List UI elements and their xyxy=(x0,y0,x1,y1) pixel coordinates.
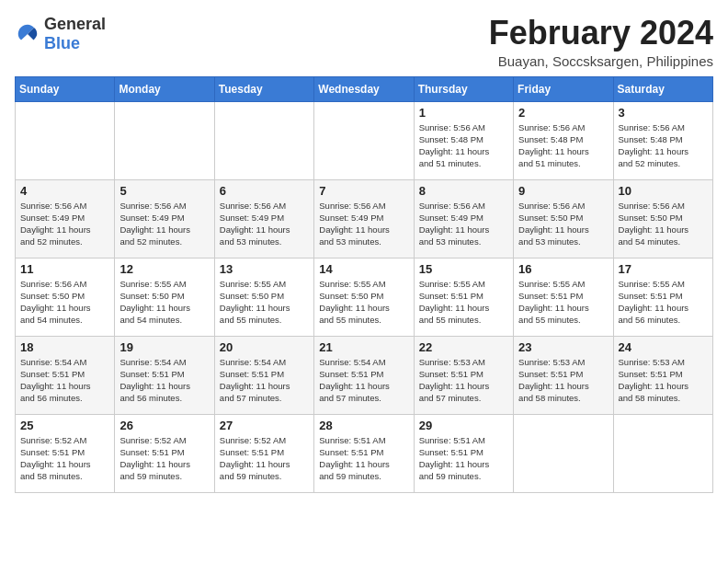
day-number: 4 xyxy=(20,184,109,198)
day-info: Sunrise: 5:53 AMSunset: 5:51 PMDaylight:… xyxy=(419,356,508,405)
day-number: 11 xyxy=(20,262,109,276)
day-number: 5 xyxy=(119,184,209,198)
calendar-week-row: 1Sunrise: 5:56 AMSunset: 5:48 PMDaylight… xyxy=(16,101,713,179)
calendar-cell: 13Sunrise: 5:55 AMSunset: 5:50 PMDayligh… xyxy=(214,258,313,336)
header-tuesday: Tuesday xyxy=(214,76,313,101)
day-info: Sunrise: 5:56 AMSunset: 5:50 PMDaylight:… xyxy=(518,200,608,248)
header-monday: Monday xyxy=(115,76,214,101)
day-info: Sunrise: 5:55 AMSunset: 5:51 PMDaylight:… xyxy=(518,278,608,327)
calendar-cell: 29Sunrise: 5:51 AMSunset: 5:51 PMDayligh… xyxy=(414,414,513,492)
day-number: 18 xyxy=(20,340,109,354)
day-info: Sunrise: 5:56 AMSunset: 5:49 PMDaylight:… xyxy=(419,200,508,248)
day-info: Sunrise: 5:55 AMSunset: 5:51 PMDaylight:… xyxy=(419,278,508,327)
day-number: 22 xyxy=(419,340,508,354)
calendar-week-row: 25Sunrise: 5:52 AMSunset: 5:51 PMDayligh… xyxy=(16,414,713,492)
day-number: 23 xyxy=(518,340,608,354)
day-info: Sunrise: 5:53 AMSunset: 5:51 PMDaylight:… xyxy=(518,356,608,405)
day-info: Sunrise: 5:54 AMSunset: 5:51 PMDaylight:… xyxy=(319,356,408,405)
day-number: 15 xyxy=(419,262,508,276)
day-number: 7 xyxy=(319,184,408,198)
calendar-header-row: SundayMondayTuesdayWednesdayThursdayFrid… xyxy=(16,76,713,101)
day-number: 13 xyxy=(220,262,309,276)
calendar-cell: 10Sunrise: 5:56 AMSunset: 5:50 PMDayligh… xyxy=(613,179,712,258)
calendar-week-row: 18Sunrise: 5:54 AMSunset: 5:51 PMDayligh… xyxy=(16,336,713,414)
day-info: Sunrise: 5:54 AMSunset: 5:51 PMDaylight:… xyxy=(220,356,309,405)
day-number: 10 xyxy=(619,184,708,198)
calendar-cell xyxy=(314,101,414,179)
calendar-cell: 21Sunrise: 5:54 AMSunset: 5:51 PMDayligh… xyxy=(314,336,414,414)
calendar-cell: 2Sunrise: 5:56 AMSunset: 5:48 PMDaylight… xyxy=(514,101,613,179)
day-number: 6 xyxy=(220,184,309,198)
day-info: Sunrise: 5:51 AMSunset: 5:51 PMDaylight:… xyxy=(319,434,408,483)
calendar-cell: 18Sunrise: 5:54 AMSunset: 5:51 PMDayligh… xyxy=(16,336,115,414)
day-info: Sunrise: 5:54 AMSunset: 5:51 PMDaylight:… xyxy=(20,356,109,405)
day-number: 27 xyxy=(220,419,309,432)
calendar-cell: 19Sunrise: 5:54 AMSunset: 5:51 PMDayligh… xyxy=(115,336,214,414)
calendar-cell: 14Sunrise: 5:55 AMSunset: 5:50 PMDayligh… xyxy=(314,258,414,336)
logo-icon xyxy=(15,21,40,47)
calendar-cell: 26Sunrise: 5:52 AMSunset: 5:51 PMDayligh… xyxy=(115,414,214,492)
calendar-cell: 9Sunrise: 5:56 AMSunset: 5:50 PMDaylight… xyxy=(514,179,613,258)
logo-blue: Blue xyxy=(44,34,80,52)
day-info: Sunrise: 5:56 AMSunset: 5:49 PMDaylight:… xyxy=(20,200,109,248)
calendar-cell: 15Sunrise: 5:55 AMSunset: 5:51 PMDayligh… xyxy=(414,258,513,336)
day-number: 26 xyxy=(119,419,209,432)
day-info: Sunrise: 5:52 AMSunset: 5:51 PMDaylight:… xyxy=(119,434,209,483)
calendar-cell: 12Sunrise: 5:55 AMSunset: 5:50 PMDayligh… xyxy=(115,258,214,336)
calendar-week-row: 4Sunrise: 5:56 AMSunset: 5:49 PMDaylight… xyxy=(16,179,713,258)
calendar-cell: 17Sunrise: 5:55 AMSunset: 5:51 PMDayligh… xyxy=(613,258,712,336)
calendar-cell xyxy=(115,101,214,179)
calendar-cell: 11Sunrise: 5:56 AMSunset: 5:50 PMDayligh… xyxy=(16,258,115,336)
calendar-cell: 3Sunrise: 5:56 AMSunset: 5:48 PMDaylight… xyxy=(613,101,712,179)
day-info: Sunrise: 5:55 AMSunset: 5:50 PMDaylight:… xyxy=(119,278,209,327)
day-info: Sunrise: 5:56 AMSunset: 5:49 PMDaylight:… xyxy=(319,200,408,248)
day-info: Sunrise: 5:56 AMSunset: 5:48 PMDaylight:… xyxy=(619,121,708,170)
calendar-cell: 5Sunrise: 5:56 AMSunset: 5:49 PMDaylight… xyxy=(115,179,214,258)
logo-text: General Blue xyxy=(44,15,106,53)
day-info: Sunrise: 5:51 AMSunset: 5:51 PMDaylight:… xyxy=(419,434,508,483)
day-number: 12 xyxy=(119,262,209,276)
calendar-cell: 7Sunrise: 5:56 AMSunset: 5:49 PMDaylight… xyxy=(314,179,414,258)
calendar-cell xyxy=(214,101,313,179)
calendar-cell xyxy=(613,414,712,492)
day-number: 25 xyxy=(20,419,109,432)
page-header: General Blue February 2024 Buayan, Soccs… xyxy=(15,15,713,69)
calendar-cell: 4Sunrise: 5:56 AMSunset: 5:49 PMDaylight… xyxy=(16,179,115,258)
header-wednesday: Wednesday xyxy=(314,76,414,101)
day-info: Sunrise: 5:53 AMSunset: 5:51 PMDaylight:… xyxy=(619,356,708,405)
header-friday: Friday xyxy=(514,76,613,101)
location-title: Buayan, Soccsksargen, Philippines xyxy=(489,53,713,69)
calendar-cell: 8Sunrise: 5:56 AMSunset: 5:49 PMDaylight… xyxy=(414,179,513,258)
calendar-cell xyxy=(16,101,115,179)
day-info: Sunrise: 5:52 AMSunset: 5:51 PMDaylight:… xyxy=(220,434,309,483)
day-number: 2 xyxy=(518,106,608,120)
calendar-cell: 1Sunrise: 5:56 AMSunset: 5:48 PMDaylight… xyxy=(414,101,513,179)
day-number: 24 xyxy=(619,340,708,354)
day-number: 29 xyxy=(419,419,508,432)
day-number: 9 xyxy=(518,184,608,198)
calendar-week-row: 11Sunrise: 5:56 AMSunset: 5:50 PMDayligh… xyxy=(16,258,713,336)
calendar-cell: 20Sunrise: 5:54 AMSunset: 5:51 PMDayligh… xyxy=(214,336,313,414)
calendar-cell: 24Sunrise: 5:53 AMSunset: 5:51 PMDayligh… xyxy=(613,336,712,414)
calendar-table: SundayMondayTuesdayWednesdayThursdayFrid… xyxy=(15,76,713,493)
day-info: Sunrise: 5:56 AMSunset: 5:50 PMDaylight:… xyxy=(619,200,708,248)
header-sunday: Sunday xyxy=(16,76,115,101)
day-info: Sunrise: 5:55 AMSunset: 5:51 PMDaylight:… xyxy=(619,278,708,327)
day-info: Sunrise: 5:52 AMSunset: 5:51 PMDaylight:… xyxy=(20,434,109,483)
calendar-cell: 16Sunrise: 5:55 AMSunset: 5:51 PMDayligh… xyxy=(514,258,613,336)
day-number: 8 xyxy=(419,184,508,198)
header-saturday: Saturday xyxy=(613,76,712,101)
day-number: 21 xyxy=(319,340,408,354)
month-title: February 2024 xyxy=(489,15,713,52)
calendar-cell: 27Sunrise: 5:52 AMSunset: 5:51 PMDayligh… xyxy=(214,414,313,492)
day-info: Sunrise: 5:56 AMSunset: 5:48 PMDaylight:… xyxy=(419,121,508,170)
day-info: Sunrise: 5:56 AMSunset: 5:48 PMDaylight:… xyxy=(518,121,608,170)
calendar-cell: 25Sunrise: 5:52 AMSunset: 5:51 PMDayligh… xyxy=(16,414,115,492)
calendar-cell: 23Sunrise: 5:53 AMSunset: 5:51 PMDayligh… xyxy=(514,336,613,414)
title-area: February 2024 Buayan, Soccsksargen, Phil… xyxy=(489,15,713,69)
day-info: Sunrise: 5:55 AMSunset: 5:50 PMDaylight:… xyxy=(220,278,309,327)
day-info: Sunrise: 5:56 AMSunset: 5:49 PMDaylight:… xyxy=(220,200,309,248)
calendar-cell xyxy=(514,414,613,492)
day-number: 17 xyxy=(619,262,708,276)
logo-general: General xyxy=(44,15,106,33)
